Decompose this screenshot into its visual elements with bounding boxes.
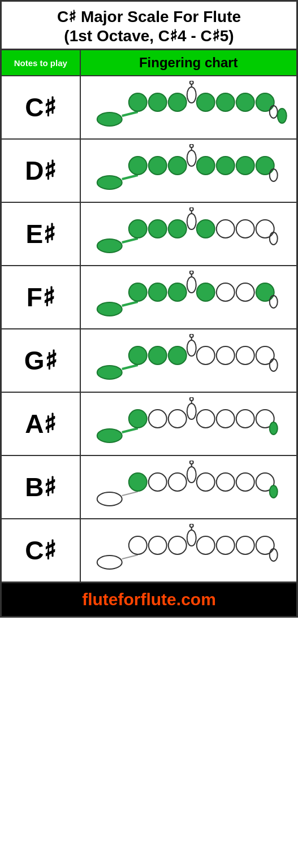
svg-point-43 — [148, 283, 166, 301]
note-cell-a-sharp: A♯ — [1, 392, 80, 455]
svg-point-19 — [187, 150, 196, 166]
svg-point-42 — [128, 283, 146, 301]
svg-point-12 — [269, 106, 277, 118]
svg-point-8 — [196, 93, 214, 111]
svg-point-99 — [189, 524, 193, 527]
footer: fluteforflute.com — [0, 583, 298, 618]
svg-point-39 — [269, 232, 277, 245]
svg-point-17 — [148, 157, 166, 175]
svg-point-58 — [187, 340, 196, 356]
svg-point-16 — [128, 157, 146, 175]
svg-point-62 — [216, 346, 234, 364]
svg-line-54 — [122, 365, 137, 369]
svg-point-32 — [187, 214, 196, 229]
svg-point-63 — [236, 346, 254, 364]
svg-point-81 — [128, 473, 146, 491]
svg-point-101 — [216, 536, 234, 554]
fingering-diagram-f-sharp — [87, 271, 291, 322]
svg-line-15 — [122, 175, 137, 179]
svg-point-75 — [216, 410, 234, 428]
svg-point-70 — [168, 410, 186, 428]
svg-point-76 — [236, 410, 254, 428]
svg-point-22 — [196, 157, 214, 175]
svg-point-83 — [168, 473, 186, 491]
svg-point-94 — [128, 536, 146, 554]
svg-point-38 — [256, 220, 274, 238]
table-row: D♯ — [1, 139, 297, 202]
svg-line-80 — [122, 492, 137, 496]
fingering-diagram-c-sharp-2 — [87, 524, 291, 575]
svg-point-37 — [236, 220, 254, 238]
svg-point-27 — [97, 239, 122, 253]
table-row: F♯ — [1, 266, 297, 329]
svg-line-28 — [122, 238, 137, 242]
svg-point-30 — [148, 220, 166, 238]
svg-point-23 — [216, 157, 234, 175]
svg-point-48 — [196, 283, 214, 301]
svg-point-13 — [277, 108, 286, 123]
fingering-cell-c-sharp-1 — [80, 76, 297, 139]
fingering-cell-d-sharp — [80, 139, 297, 202]
table-row: E♯ — [1, 202, 297, 266]
svg-point-102 — [236, 536, 254, 554]
svg-point-61 — [196, 346, 214, 364]
fingering-diagram-a-sharp — [87, 397, 291, 448]
svg-point-3 — [148, 93, 166, 111]
fingering-cell-f-sharp — [80, 266, 297, 329]
svg-point-66 — [97, 429, 122, 442]
svg-line-67 — [122, 428, 137, 432]
svg-point-92 — [97, 555, 122, 569]
svg-point-21 — [189, 144, 193, 147]
svg-point-9 — [216, 93, 234, 111]
fingering-diagram-d-sharp — [87, 144, 291, 195]
title-line2: (1st Octave, C♯4 - C♯5) — [64, 27, 234, 45]
svg-point-103 — [256, 536, 274, 554]
svg-point-49 — [216, 283, 234, 301]
fingering-diagram-b-sharp — [87, 461, 291, 511]
svg-point-45 — [187, 277, 196, 293]
svg-point-2 — [128, 93, 146, 111]
column-header-fingering: Fingering chart — [80, 50, 297, 76]
note-cell-b-sharp: B♯ — [1, 455, 80, 519]
svg-point-56 — [148, 346, 166, 364]
svg-point-7 — [189, 81, 193, 84]
svg-point-47 — [189, 271, 193, 274]
svg-point-74 — [196, 410, 214, 428]
svg-point-96 — [168, 536, 186, 554]
svg-point-29 — [128, 220, 146, 238]
svg-point-52 — [269, 296, 277, 308]
svg-line-41 — [122, 302, 137, 306]
svg-point-60 — [189, 334, 193, 337]
svg-point-69 — [148, 410, 166, 428]
table-row: A♯ — [1, 392, 297, 455]
svg-point-64 — [256, 346, 274, 364]
svg-point-24 — [236, 157, 254, 175]
svg-point-57 — [168, 346, 186, 364]
table-row: B♯ — [1, 455, 297, 519]
svg-point-50 — [236, 283, 254, 301]
svg-point-14 — [97, 176, 122, 189]
title-line1: C♯ Major Scale For Flute(1st Octave, C♯4… — [6, 7, 292, 45]
svg-point-4 — [168, 93, 186, 111]
note-cell-e-sharp: E♯ — [1, 202, 80, 266]
fingering-diagram-c-sharp-1 — [87, 81, 291, 132]
note-cell-f-sharp: F♯ — [1, 266, 80, 329]
svg-point-25 — [256, 157, 274, 175]
fingering-cell-b-sharp — [80, 455, 297, 519]
svg-point-87 — [196, 473, 214, 491]
table-row: C♯ — [1, 76, 297, 139]
svg-point-10 — [236, 93, 254, 111]
svg-point-97 — [187, 530, 196, 546]
svg-line-93 — [122, 555, 137, 559]
note-cell-c-sharp-1: C♯ — [1, 76, 80, 139]
fingering-diagram-e-sharp — [87, 207, 291, 258]
svg-point-104 — [269, 549, 277, 561]
svg-point-31 — [168, 220, 186, 238]
svg-point-65 — [269, 359, 277, 371]
svg-point-91 — [269, 485, 277, 498]
column-header-notes: Notes to play — [1, 50, 80, 76]
svg-line-1 — [122, 112, 137, 116]
footer-url[interactable]: fluteforflute.com — [82, 590, 216, 609]
fingering-cell-a-sharp — [80, 392, 297, 455]
svg-point-88 — [216, 473, 234, 491]
